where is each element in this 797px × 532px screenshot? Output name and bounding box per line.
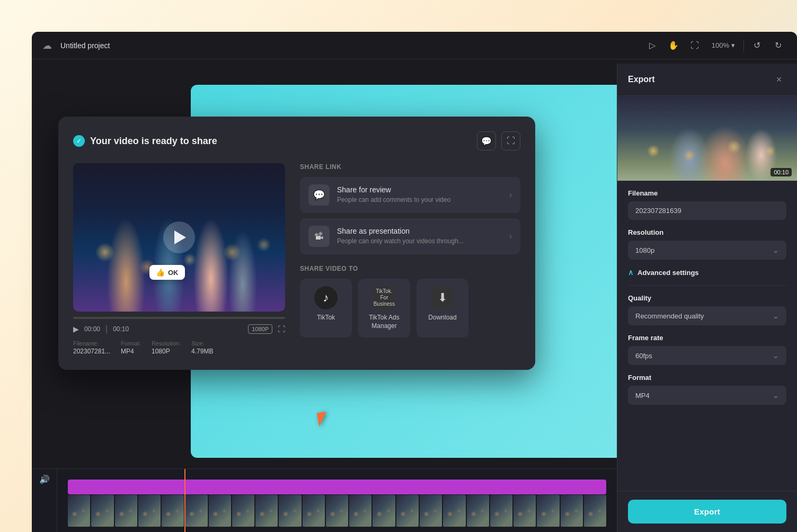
framerate-field-group: Frame rate 60fps ⌄ [628,334,786,365]
framerate-select[interactable]: 60fps ⌄ [628,346,786,365]
export-thumb-lights [617,96,797,181]
share-options-section: Share link 💬 Share for review People can… [300,163,520,355]
app-window: ☁ Untitled project ▷ ✋ ⛶ 100% ▾ ↺ ↻ ✓ Yo… [32,32,797,532]
ok-badge: 👍 OK [149,265,185,280]
meta-filename-value: 202307281... [73,348,110,355]
filmstrip-frame [68,495,90,527]
video-preview: 👍 OK [73,163,285,312]
cloud-icon: ☁ [42,40,52,51]
toggle-arrow-icon: ∧ [628,268,633,277]
resolution-select[interactable]: 1080p ⌄ [628,241,786,260]
filmstrip-frame [162,495,184,527]
time-divider: | [105,324,108,334]
progress-bar[interactable] [73,317,285,319]
social-buttons: ♪ TikTok TikTok.For Business TikTok Ads … [300,279,520,338]
total-time: 00:10 [113,325,129,333]
message-btn[interactable]: 💬 [477,131,496,150]
modal-header-actions: 💬 ⛶ [477,131,520,150]
meta-format: Format: MP4 [121,340,141,355]
format-select[interactable]: MP4 ⌄ [628,386,786,405]
section-divider [628,285,786,286]
redo-btn[interactable]: ↻ [769,37,786,54]
zoom-selector[interactable]: 100% ▾ [707,39,739,51]
share-review-text: Share for review People can add comments… [337,185,502,205]
check-circle-icon: ✓ [73,135,85,147]
timeline-area: 🔊 [32,468,617,532]
meta-size-value: 4.79MB [191,348,213,355]
play-button-overlay[interactable] [163,221,195,253]
undo-btn[interactable]: ↺ [748,37,765,54]
ok-label: OK [168,269,179,277]
resolution-select-arrow: ⌄ [773,246,779,254]
video-meta: Filename: 202307281... Format: MP4 Resol… [73,340,285,355]
export-close-btn[interactable]: × [772,72,786,87]
export-thumbnail: 00:10 [617,96,797,181]
filmstrip-frame [443,495,465,527]
quality-select[interactable]: Recommended quality ⌄ [628,306,786,325]
filmstrip-frame [326,495,348,527]
play-control[interactable]: ▶ [73,325,79,333]
share-review-desc: People can add comments to your video [337,196,502,205]
expand-btn[interactable]: ⛶ [501,131,520,150]
fullscreen-btn[interactable]: ⛶ [278,325,285,333]
video-track[interactable] [68,480,606,494]
meta-format-value: MP4 [121,348,141,355]
hand-tool-btn[interactable]: ✋ [665,37,682,54]
meta-resolution-value: 1080P [152,348,181,355]
meta-resolution-label: Resolution: [152,340,181,347]
download-btn[interactable]: ⬇ Download [417,279,468,338]
video-controls: ▶ 00:00 | 00:10 1080P ⛶ [73,317,285,334]
filmstrip-frame [279,495,301,527]
share-presentation-title: Share as presentation [337,227,502,235]
tiktok-btn[interactable]: ♪ TikTok [300,279,352,338]
fit-screen-btn[interactable]: ⛶ [686,37,703,54]
share-review-title: Share for review [337,185,502,194]
share-video-to-label: Share video to [300,265,520,272]
tiktok-ads-icon: TikTok.For Business [373,286,396,309]
tiktok-label: TikTok [317,314,335,322]
filmstrip-frame [209,495,231,527]
quality-select-arrow: ⌄ [773,312,779,320]
format-label: Format [628,374,786,382]
filmstrip-frame [115,495,137,527]
volume-btn[interactable]: 🔊 [39,474,50,484]
share-link-label: Share link [300,163,520,171]
timeline-tracks [57,469,617,532]
export-button[interactable]: Export [628,500,786,524]
filmstrip-frame [349,495,371,527]
meta-filename-label: Filename: [73,340,110,347]
resolution-field-group: Resolution 1080p ⌄ [628,228,786,260]
quality-badge[interactable]: 1080P [248,324,272,334]
download-icon: ⬇ [431,286,454,309]
meta-format-label: Format: [121,340,141,347]
filmstrip-frame [185,495,207,527]
meta-size: Size: 4.79MB [191,340,213,355]
meta-size-label: Size: [191,340,213,347]
filmstrip-frame [396,495,419,527]
quality-label: Quality [628,294,786,302]
filmstrip-frame [255,495,278,527]
share-for-review-card[interactable]: 💬 Share for review People can add commen… [300,177,520,213]
tiktok-icon: ♪ [314,286,338,309]
divider [743,39,744,52]
share-review-arrow: › [509,190,512,200]
tiktok-ads-btn[interactable]: TikTok.For Business TikTok Ads Manager [358,279,410,338]
share-review-icon: 💬 [308,184,330,206]
filmstrip-frame [138,495,161,527]
timeline-controls: 🔊 [32,469,57,532]
filmstrip-frame [91,495,113,527]
share-as-presentation-card[interactable]: 📽 Share as presentation People can only … [300,218,520,254]
framerate-select-arrow: ⌄ [773,351,779,360]
advanced-settings-toggle[interactable]: ∧ Advanced settings [628,268,786,277]
filename-input[interactable] [628,201,786,220]
share-presentation-arrow: › [509,232,512,241]
project-name: Untitled project [60,41,110,50]
meta-filename: Filename: 202307281... [73,340,110,355]
format-field-group: Format MP4 ⌄ [628,374,786,405]
filmstrip-frame [232,495,254,527]
share-presentation-text: Share as presentation People can only wa… [337,227,502,246]
play-btn[interactable]: ▷ [644,37,661,54]
controls-row: ▶ 00:00 | 00:10 1080P ⛶ [73,324,285,334]
filmstrip-frame [537,495,559,527]
share-modal: ✓ Your video is ready to share 💬 ⛶ [58,117,535,370]
